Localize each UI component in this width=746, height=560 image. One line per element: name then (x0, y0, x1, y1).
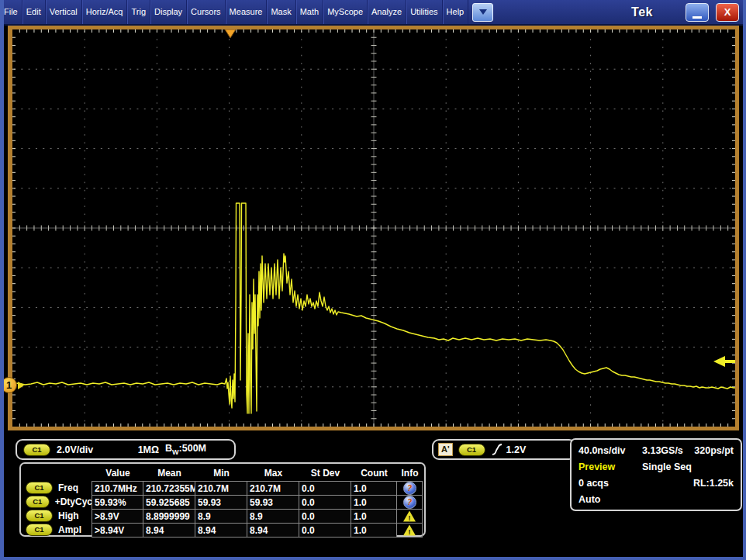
close-button[interactable]: X (716, 3, 739, 22)
meas-name: High (58, 510, 79, 521)
menu-overflow-button[interactable] (472, 3, 493, 22)
menu-myscope[interactable]: MyScope (323, 0, 368, 24)
graticule-area (8, 26, 739, 430)
meas-info-cell[interactable]: ? (396, 495, 423, 510)
channel-badge: C1 (26, 510, 53, 522)
menu-cursors[interactable]: Cursors (187, 0, 226, 24)
meas-name: Ampl (58, 524, 81, 535)
meas-info-cell[interactable]: ! (396, 523, 423, 538)
channel-badge[interactable]: C1 (23, 444, 50, 456)
meas-row-label[interactable]: C1 Freq (22, 481, 92, 495)
input-impedance: 1MΩ (138, 444, 159, 455)
meas-stdev: 0.0 (299, 481, 351, 496)
meas-count: 1.0 (351, 509, 397, 524)
oscilloscope-window: File Edit Vertical Horiz/Acq Trig Displa… (0, 0, 746, 560)
record-length: RL:1.25k (693, 478, 734, 489)
menu-mask[interactable]: Mask (267, 0, 295, 24)
menu-measure[interactable]: Measure (226, 0, 268, 24)
meas-min: 210.7M (195, 481, 247, 496)
menu-file[interactable]: File (0, 0, 22, 24)
meas-value: >8.9V (92, 509, 143, 524)
minimize-icon (692, 16, 702, 19)
meas-max: 8.9 (247, 509, 299, 524)
meas-count: 1.0 (351, 523, 397, 538)
col-header-stdev: St Dev (299, 465, 351, 481)
table-corner (22, 465, 92, 481)
meas-value: >8.94V (92, 523, 143, 538)
trigger-channel-badge[interactable]: C1 (458, 444, 485, 456)
meas-row-label[interactable]: C1 High (22, 509, 92, 523)
warning-icon: ! (403, 511, 416, 522)
trigger-level-value: 1.2V (506, 444, 527, 455)
warning-icon: ! (403, 525, 416, 536)
meas-info-cell[interactable]: ? (396, 481, 423, 496)
meas-count: 1.0 (351, 481, 397, 496)
measurement-table: Value Mean Min Max St Dev Count Info C1 … (19, 462, 426, 537)
chevron-down-icon (479, 9, 487, 15)
col-header-count: Count (351, 465, 397, 481)
channel-badge: C1 (26, 496, 50, 508)
meas-stdev: 0.0 (299, 523, 351, 538)
col-header-info: Info (397, 465, 423, 481)
meas-mean: 210.72355M (143, 481, 195, 496)
timebase: 40.0ns/div (578, 445, 642, 456)
help-icon: ? (403, 496, 416, 509)
rising-edge-icon (492, 443, 503, 456)
meas-min: 59.93 (195, 495, 247, 510)
acq-count: 0 acqs (578, 478, 642, 489)
minimize-button[interactable] (686, 3, 709, 22)
sample-rate: 3.13GS/s (642, 445, 683, 456)
close-icon: X (724, 6, 731, 18)
trigger-position-marker[interactable] (225, 29, 236, 38)
meas-value: 59.93% (92, 495, 143, 510)
help-icon: ? (403, 482, 416, 495)
meas-stdev: 0.0 (299, 509, 351, 524)
channel-1-badge: 1 (1, 377, 17, 393)
menu-display[interactable]: Display (150, 0, 187, 24)
meas-max: 210.7M (247, 481, 299, 496)
meas-value: 210.7MHz (92, 481, 143, 496)
meas-info-cell[interactable]: ! (396, 509, 423, 524)
menu-analyze[interactable]: Analyze (368, 0, 406, 24)
meas-mean: 8.8999999 (143, 509, 195, 524)
menu-trig[interactable]: Trig (127, 0, 150, 24)
menu-help[interactable]: Help (443, 0, 469, 24)
channel-readout[interactable]: C1 2.0V/div 1MΩ BW:500M (16, 439, 236, 460)
acq-status: Preview (578, 461, 642, 472)
col-header-max: Max (247, 465, 299, 481)
trigger-readout[interactable]: A' C1 1.2V (432, 439, 576, 460)
title-bar: File Edit Vertical Horiz/Acq Trig Displa… (0, 0, 746, 26)
meas-count: 1.0 (351, 495, 397, 510)
col-header-mean: Mean (143, 465, 195, 481)
horizontal-readout[interactable]: 40.0ns/div 3.13GS/s 320ps/pt Preview Sin… (570, 438, 742, 511)
meas-min: 8.94 (195, 523, 247, 538)
meas-mean: 8.94 (143, 523, 195, 538)
meas-name: +DtyCyc (55, 496, 92, 507)
bandwidth-limit: BW:500M (165, 443, 206, 456)
menu-horiz-acq[interactable]: Horiz/Acq (82, 0, 128, 24)
resolution: 320ps/pt (694, 445, 734, 456)
meas-mean: 59.925685 (143, 495, 195, 510)
waveform-display (12, 29, 735, 427)
trigger-level-arrow[interactable] (713, 356, 735, 367)
channel-badge: C1 (26, 482, 53, 494)
menu-math[interactable]: Math (296, 0, 323, 24)
meas-stdev: 0.0 (299, 495, 351, 510)
channel-1-ground-marker[interactable]: 1 (1, 377, 24, 393)
trigger-mode: Auto (578, 494, 600, 505)
acq-mode: Single Seq (642, 461, 692, 472)
meas-min: 8.9 (195, 509, 247, 524)
col-header-min: Min (195, 465, 247, 481)
tek-logo: Tek (631, 5, 653, 19)
meas-max: 59.93 (247, 495, 299, 510)
meas-name: Freq (58, 482, 78, 493)
menu-vertical[interactable]: Vertical (46, 0, 82, 24)
col-header-value: Value (92, 465, 143, 481)
menu-utilities[interactable]: Utilities (406, 0, 442, 24)
trigger-source-badge: A' (438, 443, 453, 456)
meas-row-label[interactable]: C1 Ampl (22, 523, 92, 537)
menu-edit[interactable]: Edit (22, 0, 46, 24)
arrow-right-icon (18, 382, 24, 389)
vertical-scale: 2.0V/div (57, 444, 93, 455)
meas-row-label[interactable]: C1 +DtyCyc (22, 495, 92, 509)
